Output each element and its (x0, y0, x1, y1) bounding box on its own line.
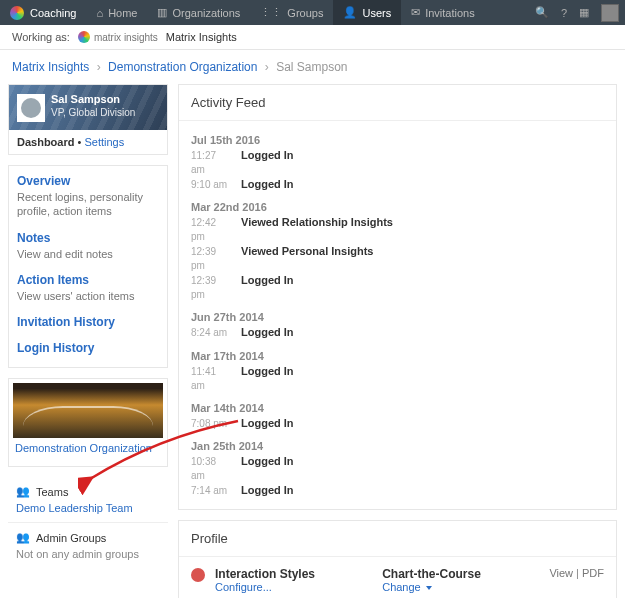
nav-overview-desc: Recent logins, personality profile, acti… (17, 190, 159, 219)
home-icon: ⌂ (96, 7, 103, 19)
profile-name: Interaction Styles (215, 567, 372, 581)
top-nav: Coaching ⌂ Home ▥ Organizations ⋮⋮ Group… (0, 0, 625, 25)
crumb-root[interactable]: Matrix Insights (12, 60, 89, 74)
org-link[interactable]: Demonstration Organization (13, 438, 163, 462)
search-icon[interactable]: 🔍 (529, 6, 555, 19)
feed-date: Mar 14th 2014 (191, 402, 604, 414)
feed-row: 12:39 pmLogged In (191, 273, 604, 302)
admin-groups-header: Admin Groups (36, 532, 106, 544)
profile-actions: View | PDF (549, 567, 604, 579)
org-icon: ▥ (157, 6, 167, 19)
profile-value: Chart-the-Course (382, 567, 539, 581)
feed-time: 12:42 pm (191, 216, 231, 244)
feed-time: 10:38 am (191, 455, 231, 483)
crumb-sep: › (261, 60, 273, 74)
apps-icon[interactable]: ▦ (573, 6, 595, 19)
feed-time: 11:27 am (191, 149, 231, 177)
breadcrumb: Matrix Insights › Demonstration Organiza… (0, 50, 625, 84)
user-avatar[interactable] (595, 4, 625, 22)
feed-row: 12:42 pmViewed Relationship Insights (191, 215, 604, 244)
profile-configure-link[interactable]: Configure... (215, 581, 372, 593)
feed-action: Viewed Personal Insights (241, 244, 373, 259)
feed-date: Mar 17th 2014 (191, 350, 604, 362)
profile-view-link[interactable]: View (549, 567, 573, 579)
feed-row: 11:27 amLogged In (191, 148, 604, 177)
nav-organizations-label: Organizations (172, 7, 240, 19)
org-logo-icon (78, 31, 90, 43)
feed-action: Logged In (241, 273, 294, 288)
feed-date: Jun 27th 2014 (191, 311, 604, 323)
user-avatar-large (17, 94, 45, 122)
profile-dot-icon (191, 568, 205, 582)
feed-time: 7:14 am (191, 484, 231, 498)
feed-time: 12:39 pm (191, 274, 231, 302)
feed-action: Logged In (241, 325, 294, 340)
nav-home-label: Home (108, 7, 137, 19)
feed-date: Jul 15th 2016 (191, 134, 604, 146)
feed-time: 7:08 pm (191, 417, 231, 431)
admin-groups-group: 👥 Admin Groups Not on any admin groups (8, 522, 168, 568)
brand[interactable]: Coaching (0, 6, 86, 20)
feed-action: Logged In (241, 177, 294, 192)
feed-action: Logged In (241, 483, 294, 498)
crumb-sep: › (93, 60, 105, 74)
nav-organizations[interactable]: ▥ Organizations (147, 0, 250, 25)
working-as-org: Matrix Insights (166, 31, 237, 43)
feed-time: 9:10 am (191, 178, 231, 192)
feed-action: Logged In (241, 454, 294, 469)
user-role: VP, Global Division (51, 107, 135, 118)
feed-row: 8:24 amLogged In (191, 325, 604, 340)
crumb-org[interactable]: Demonstration Organization (108, 60, 257, 74)
activity-feed-header: Activity Feed (179, 85, 616, 121)
nav-users[interactable]: 👤 Users (333, 0, 401, 25)
feed-row: 11:41 amLogged In (191, 364, 604, 393)
nav-overview[interactable]: Overview (17, 174, 159, 188)
feed-action: Logged In (241, 148, 294, 163)
side-nav: Overview Recent logins, personality prof… (8, 165, 168, 368)
brand-logo-icon (10, 6, 24, 20)
feed-row: 10:38 amLogged In (191, 454, 604, 483)
profile-header: Profile (179, 521, 616, 557)
admin-groups-icon: 👥 (16, 531, 30, 544)
settings-link[interactable]: Settings (84, 136, 124, 148)
nav-users-label: Users (362, 7, 391, 19)
activity-feed-panel: Activity Feed Jul 15th 201611:27 amLogge… (178, 84, 617, 510)
nav-home[interactable]: ⌂ Home (86, 0, 147, 25)
profile-row: Interaction StylesConfigure...Chart-the-… (179, 557, 616, 598)
org-image (13, 383, 163, 438)
activity-feed-body: Jul 15th 201611:27 amLogged In9:10 amLog… (179, 121, 616, 509)
nav-invitations[interactable]: ✉ Invitations (401, 0, 485, 25)
team-link[interactable]: Demo Leadership Team (16, 502, 133, 514)
nav-action-items[interactable]: Action Items (17, 273, 159, 287)
user-icon: 👤 (343, 6, 357, 19)
admin-groups-text: Not on any admin groups (16, 548, 160, 560)
org-logo: matrix insights (78, 31, 158, 43)
user-name: Sal Sampson (51, 93, 120, 105)
feed-date: Mar 22nd 2016 (191, 201, 604, 213)
mail-icon: ✉ (411, 6, 420, 19)
groups-icon: ⋮⋮ (260, 6, 282, 19)
user-card: Sal Sampson VP, Global Division Dashboar… (8, 84, 168, 155)
profile-pdf-link[interactable]: PDF (582, 567, 604, 579)
feed-time: 12:39 pm (191, 245, 231, 273)
dashboard-label: Dashboard (17, 136, 74, 148)
nav-notes-desc: View and edit notes (17, 247, 159, 261)
teams-icon: 👥 (16, 485, 30, 498)
feed-row: 9:10 amLogged In (191, 177, 604, 192)
teams-group: 👥 Teams Demo Leadership Team (8, 477, 168, 522)
brand-label: Coaching (30, 7, 76, 19)
working-as-label: Working as: (12, 31, 70, 43)
nav-groups-label: Groups (287, 7, 323, 19)
nav-invitations-label: Invitations (425, 7, 475, 19)
help-icon[interactable]: ? (555, 7, 573, 19)
nav-notes[interactable]: Notes (17, 231, 159, 245)
nav-groups[interactable]: ⋮⋮ Groups (250, 0, 333, 25)
feed-action: Viewed Relationship Insights (241, 215, 393, 230)
nav-invitation-history[interactable]: Invitation History (17, 315, 159, 329)
feed-time: 8:24 am (191, 326, 231, 340)
profile-panel: Profile Interaction StylesConfigure...Ch… (178, 520, 617, 598)
profile-change-link[interactable]: Change (382, 581, 539, 593)
nav-login-history[interactable]: Login History (17, 341, 159, 355)
feed-row: 7:14 amLogged In (191, 483, 604, 498)
caret-down-icon (426, 586, 432, 590)
